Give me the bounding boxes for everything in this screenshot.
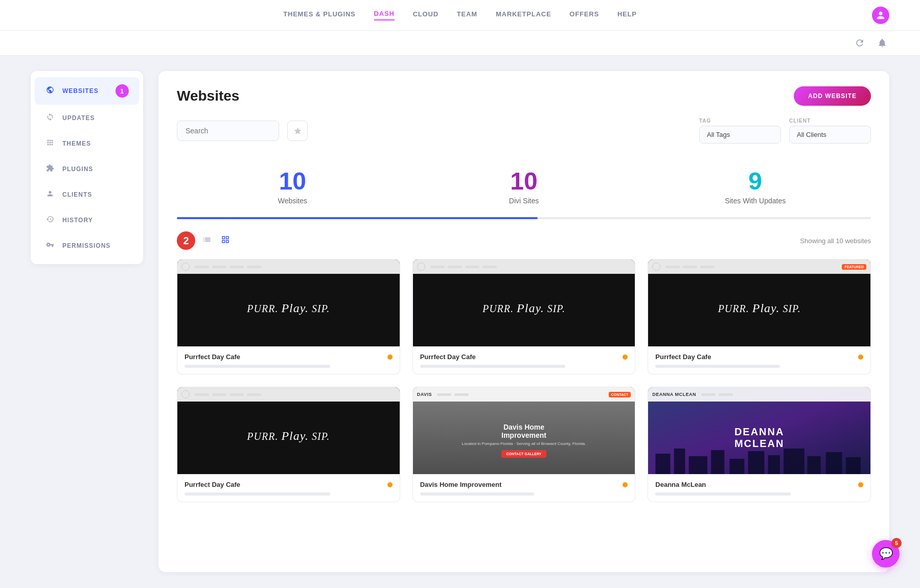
card-info: Purrfect Day Cafe bbox=[177, 346, 400, 374]
website-card[interactable]: DEANNA MCLEAN bbox=[648, 387, 871, 502]
thumb-text: PURR. Play. SIP. bbox=[247, 301, 330, 315]
refresh-icon[interactable] bbox=[853, 36, 867, 50]
favorites-button[interactable] bbox=[287, 121, 308, 141]
thumb-nav bbox=[701, 393, 733, 396]
sidebar-item-websites[interactable]: WEBSITES 1 bbox=[35, 77, 139, 105]
svg-rect-1 bbox=[674, 449, 685, 474]
card-url-bar bbox=[185, 365, 330, 368]
thumb-nav-item bbox=[437, 393, 451, 396]
showing-label: Showing all 10 websites bbox=[800, 237, 871, 245]
thumb-nav-item bbox=[430, 266, 445, 268]
thumbnail-top-bar bbox=[177, 387, 400, 402]
client-filter-select[interactable]: All Clients bbox=[789, 126, 871, 144]
toolbar-row bbox=[0, 31, 920, 56]
stat-number-updates: 9 bbox=[639, 169, 871, 194]
nav-link-team[interactable]: TEAM bbox=[457, 10, 477, 20]
thumb-nav-item bbox=[229, 393, 244, 396]
history-icon bbox=[45, 215, 55, 225]
thumb-text: PURR. Play. SIP. bbox=[247, 429, 330, 443]
website-card[interactable]: DAVIS CONTACT Davis HomeImprovement Loca… bbox=[412, 387, 636, 502]
thumb-nav-item bbox=[448, 266, 462, 268]
grid-controls-left: 2 bbox=[177, 231, 233, 250]
card-thumbnail: DAVIS CONTACT Davis HomeImprovement Loca… bbox=[413, 387, 635, 474]
stat-updates: 9 Sites With Updates bbox=[639, 159, 871, 213]
website-card[interactable]: PURR. Play. SIP. Purrfect Day Cafe bbox=[412, 259, 636, 374]
content-area: Websites ADD WEBSITE TAG All Tags CLIENT bbox=[158, 71, 889, 572]
add-website-button[interactable]: ADD WEBSITE bbox=[794, 86, 871, 106]
tag-filter-select[interactable]: All Tags bbox=[699, 126, 781, 144]
nav-link-marketplace[interactable]: MARKETPLACE bbox=[496, 10, 551, 20]
thumbnail-top-bar bbox=[413, 260, 635, 274]
nav-link-help[interactable]: HELP bbox=[617, 10, 637, 20]
status-dot bbox=[858, 482, 863, 487]
svg-rect-8 bbox=[808, 456, 821, 474]
thumb-nav-item bbox=[195, 393, 209, 396]
thumb-nav-item bbox=[700, 266, 715, 268]
thumb-nav-item bbox=[212, 266, 226, 268]
chat-bubble[interactable]: 💬 5 bbox=[872, 540, 900, 568]
sidebar-label-updates: UPDATES bbox=[62, 114, 95, 122]
main-layout: WEBSITES 1 UPDATES THEMES PLUGINS bbox=[0, 56, 920, 587]
thumb-nav bbox=[195, 393, 261, 396]
svg-rect-10 bbox=[846, 457, 861, 474]
user-avatar[interactable] bbox=[872, 7, 889, 24]
stat-label-updates: Sites With Updates bbox=[639, 197, 871, 205]
thumb-text: PURR. Play. SIP. bbox=[718, 301, 801, 315]
progress-bar-fill bbox=[177, 217, 538, 219]
thumb-logo bbox=[181, 390, 190, 398]
sidebar-label-websites: WEBSITES bbox=[62, 87, 99, 95]
thumb-nav-item bbox=[701, 393, 716, 396]
card-thumbnail: PURR. Play. SIP. bbox=[413, 260, 635, 346]
progress-bar-wrap bbox=[177, 217, 871, 219]
sidebar-item-permissions[interactable]: PERMISSIONS bbox=[35, 233, 139, 258]
nav-link-cloud[interactable]: CLOUD bbox=[413, 10, 439, 20]
svg-rect-0 bbox=[656, 454, 671, 474]
card-name: Purrfect Day Cafe bbox=[420, 353, 476, 361]
thumb-nav-item bbox=[195, 266, 209, 268]
stats-row: 10 Websites 10 Divi Sites 9 Sites With U… bbox=[177, 159, 871, 213]
chat-icon: 💬 bbox=[879, 547, 893, 560]
sidebar-label-clients: CLIENTS bbox=[62, 191, 92, 198]
step-2-badge: 2 bbox=[177, 231, 195, 250]
thumbnail-top-bar: DEANNA MCLEAN bbox=[648, 387, 870, 402]
website-card[interactable]: PURR. Play. SIP. Purrfect Day Cafe bbox=[177, 259, 400, 374]
websites-grid: PURR. Play. SIP. Purrfect Day Cafe bbox=[177, 259, 871, 502]
search-input[interactable] bbox=[177, 121, 279, 141]
sidebar-label-themes: THEMES bbox=[62, 140, 91, 147]
svg-rect-7 bbox=[784, 449, 804, 474]
thumb-nav-item bbox=[454, 393, 469, 396]
list-view-button[interactable] bbox=[199, 233, 215, 249]
sidebar-item-history[interactable]: HISTORY bbox=[35, 208, 139, 232]
nav-link-offers[interactable]: OFFERS bbox=[569, 10, 599, 20]
tag-filter-wrap: TAG All Tags bbox=[699, 118, 781, 144]
sidebar-item-themes[interactable]: THEMES bbox=[35, 131, 139, 156]
grid-view-button[interactable] bbox=[218, 233, 233, 249]
status-dot bbox=[623, 482, 628, 487]
card-name-row: Davis Home Improvement bbox=[420, 481, 628, 488]
stat-number-websites: 10 bbox=[177, 169, 408, 194]
nav-user-area bbox=[872, 7, 889, 24]
website-card[interactable]: FEATURED PURR. Play. SIP. Purrfect Day C… bbox=[648, 259, 871, 374]
deanna-text: DEANNAMcLEAN bbox=[734, 426, 785, 450]
thumb-nav-item bbox=[465, 266, 479, 268]
card-thumbnail: PURR. Play. SIP. bbox=[177, 260, 400, 346]
svg-rect-2 bbox=[689, 456, 707, 474]
card-name: Davis Home Improvement bbox=[420, 481, 502, 488]
card-url-bar bbox=[420, 492, 535, 496]
card-name: Deanna McLean bbox=[655, 481, 706, 488]
view-icons bbox=[199, 233, 233, 249]
sidebar-item-updates[interactable]: UPDATES bbox=[35, 106, 139, 130]
notification-icon[interactable] bbox=[875, 36, 889, 50]
card-info: Purrfect Day Cafe bbox=[413, 346, 635, 374]
status-dot bbox=[387, 482, 393, 487]
page-title: Websites bbox=[177, 88, 239, 104]
sidebar-item-clients[interactable]: CLIENTS bbox=[35, 182, 139, 207]
nav-link-themes-plugins[interactable]: THEMES & PLUGINS bbox=[283, 10, 355, 20]
filter-group: TAG All Tags CLIENT All Clients bbox=[699, 118, 871, 144]
website-card[interactable]: PURR. Play. SIP. Purrfect Day Cafe bbox=[177, 387, 400, 502]
status-dot bbox=[387, 355, 393, 360]
stat-label-websites: Websites bbox=[177, 197, 408, 205]
plugins-icon bbox=[45, 164, 55, 174]
sidebar-item-plugins[interactable]: PLUGINS bbox=[35, 157, 139, 181]
nav-link-dash[interactable]: DASH bbox=[374, 10, 395, 20]
